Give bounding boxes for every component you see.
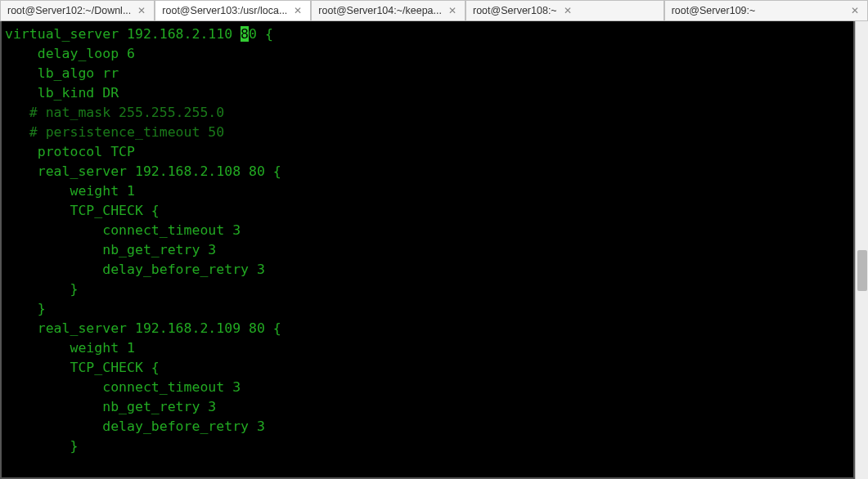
tab-server109[interactable]: root@Server109:~ ✕	[664, 0, 868, 20]
tab-server108[interactable]: root@Server108:~ ✕	[465, 0, 664, 20]
config-line: delay_before_retry 3	[5, 417, 850, 436]
config-line: TCP_CHECK {	[5, 358, 850, 378]
config-line: # persistence_timeout 50	[5, 123, 850, 142]
config-line: }	[5, 280, 850, 299]
vertical-scrollbar[interactable]	[855, 21, 868, 479]
terminal-output[interactable]: virtual_server 192.168.2.110 80 { delay_…	[0, 21, 855, 479]
tab-label: root@Server104:~/keepa...	[318, 5, 442, 16]
tab-server102[interactable]: root@Server102:~/Downl... ✕	[0, 0, 155, 20]
config-line: }	[5, 436, 850, 456]
cursor: 8	[241, 26, 249, 42]
config-line: # nat_mask 255.255.255.0	[5, 103, 850, 123]
config-line: real_server 192.168.2.109 80 {	[5, 319, 850, 338]
tab-bar: root@Server102:~/Downl... ✕ root@Server1…	[0, 0, 868, 21]
tab-label: root@Server102:~/Downl...	[7, 5, 131, 16]
config-line: nb_get_retry 3	[5, 397, 850, 417]
tab-server103[interactable]: root@Server103:/usr/loca... ✕	[155, 0, 311, 20]
close-icon[interactable]: ✕	[849, 5, 861, 16]
config-line: virtual_server 192.168.2.110 80 {	[5, 25, 850, 44]
config-line: weight 1	[5, 338, 850, 358]
config-line: nb_get_retry 3	[5, 240, 850, 260]
text-post-cursor: 0 {	[249, 26, 273, 42]
config-line: }	[5, 299, 850, 319]
tab-label: root@Server108:~	[473, 5, 557, 16]
config-line: weight 1	[5, 181, 850, 201]
scroll-thumb[interactable]	[857, 250, 867, 291]
config-line: TCP_CHECK {	[5, 201, 850, 221]
tab-label: root@Server109:~	[672, 5, 756, 16]
config-line: protocol TCP	[5, 142, 850, 162]
config-line: connect_timeout 3	[5, 221, 850, 240]
tab-label: root@Server103:/usr/loca...	[162, 5, 287, 16]
tab-server104[interactable]: root@Server104:~/keepa... ✕	[311, 0, 465, 20]
config-line: delay_loop 6	[5, 44, 850, 64]
close-icon[interactable]: ✕	[562, 5, 573, 16]
close-icon[interactable]: ✕	[136, 5, 147, 16]
config-line: delay_before_retry 3	[5, 260, 850, 280]
close-icon[interactable]: ✕	[292, 5, 304, 16]
config-line: real_server 192.168.2.108 80 {	[5, 162, 850, 181]
text-pre-cursor: virtual_server 192.168.2.110	[5, 26, 241, 42]
config-line: connect_timeout 3	[5, 378, 850, 397]
config-line: lb_kind DR	[5, 83, 850, 103]
config-line: lb_algo rr	[5, 64, 850, 83]
close-icon[interactable]: ✕	[447, 5, 458, 16]
